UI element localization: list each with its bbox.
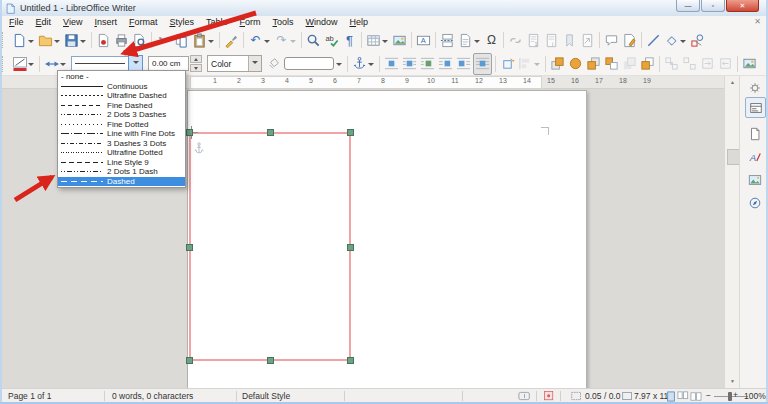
scroll-down-button[interactable]: ▼ [726, 375, 739, 387]
resize-handle-top-middle[interactable] [267, 129, 274, 136]
undo-dropdown[interactable] [264, 40, 270, 46]
line-style-option-ultrafine-dotted[interactable]: Ultrafine Dotted [58, 148, 185, 158]
line-style-option-ultrafine-dashed[interactable]: Ultrafine Dashed [58, 91, 185, 101]
fill-style-dropdown-button[interactable] [248, 56, 261, 71]
insert-table-dropdown[interactable] [382, 40, 388, 46]
insert-field-dropdown[interactable] [474, 40, 480, 46]
exit-group-button[interactable] [717, 54, 734, 74]
group-button[interactable] [663, 54, 680, 74]
close-button[interactable]: ✕ [726, 0, 759, 12]
save-dropdown[interactable] [80, 40, 86, 46]
zoom-level[interactable]: 100% [744, 391, 766, 401]
insert-bookmark-button[interactable] [561, 30, 578, 50]
page-break-button[interactable] [439, 30, 456, 50]
resize-handle-bottom-middle[interactable] [267, 357, 274, 364]
enter-group-button[interactable] [699, 54, 716, 74]
wrap-on-button[interactable] [401, 54, 418, 74]
insert-field-button[interactable] [457, 30, 474, 50]
wrap-ideal-button[interactable] [419, 54, 436, 74]
print-preview-button[interactable] [131, 30, 148, 50]
close-document-button[interactable]: ✕ [754, 18, 761, 26]
insert-comment-button[interactable] [603, 30, 620, 50]
insert-textbox-button[interactable]: A [415, 30, 432, 50]
print-button[interactable] [113, 30, 130, 50]
save-button[interactable] [63, 30, 80, 50]
resize-handle-middle-right[interactable] [347, 244, 354, 251]
insert-line-button[interactable] [645, 30, 662, 50]
align-objects-button[interactable] [517, 54, 534, 74]
line-style-option-line-style-9[interactable]: Line Style 9 [58, 158, 185, 168]
line-color-dropdown[interactable] [28, 63, 34, 69]
redo-dropdown[interactable] [290, 40, 296, 46]
image-properties-button[interactable] [741, 54, 758, 74]
zoom-out-button[interactable]: − [706, 390, 711, 400]
zoom-in-button[interactable]: + [733, 390, 738, 400]
insert-endnote-button[interactable]: i [543, 30, 560, 50]
cut-button[interactable]: ✂ [155, 30, 172, 50]
line-style-option-none[interactable]: - none - [58, 72, 185, 82]
zoom-slider-thumb[interactable] [728, 392, 732, 401]
line-style-preview[interactable] [71, 56, 129, 71]
line-width-field[interactable]: 0.00 cm [148, 56, 189, 71]
sidebar-gallery-tab[interactable] [745, 170, 764, 189]
toolbar-grip[interactable] [2, 56, 7, 72]
wrap-off-button[interactable] [383, 54, 400, 74]
paste-button[interactable] [191, 30, 208, 50]
resize-handle-top-right[interactable] [347, 129, 354, 136]
bring-forward-button[interactable] [567, 54, 584, 74]
open-button[interactable] [37, 30, 54, 50]
arrow-style-dropdown[interactable] [60, 63, 66, 69]
line-color-button[interactable] [11, 54, 28, 74]
in-front-of-object-button[interactable] [621, 54, 638, 74]
menu-view[interactable]: View [57, 16, 88, 28]
menu-table[interactable]: Table [200, 16, 234, 28]
sidebar-page-tab[interactable] [745, 124, 764, 143]
line-style-option-continuous[interactable]: Continuous [58, 82, 185, 92]
new-document-dropdown[interactable] [28, 40, 34, 46]
align-objects-dropdown[interactable] [534, 63, 540, 69]
selected-rectangle-shape[interactable] [189, 132, 351, 361]
maximize-button[interactable]: ▫ [701, 0, 725, 12]
resize-handle-bottom-right[interactable] [347, 357, 354, 364]
send-to-back-button[interactable] [603, 54, 620, 74]
show-draw-functions-button[interactable] [689, 30, 706, 50]
line-style-option-dashed-selected[interactable]: Dashed [58, 177, 185, 187]
open-dropdown[interactable] [54, 40, 60, 46]
bring-to-front-button[interactable] [549, 54, 566, 74]
menu-tools[interactable]: Tools [267, 16, 300, 28]
menu-styles[interactable]: Styles [163, 16, 200, 28]
line-style-option-fine-dotted[interactable]: Fine Dotted [58, 120, 185, 130]
toolbar-grip[interactable] [2, 32, 7, 48]
page-count[interactable]: Page 1 of 1 [8, 391, 51, 401]
sidebar-settings-icon[interactable] [745, 78, 764, 97]
send-backward-button[interactable] [585, 54, 602, 74]
clone-formatting-button[interactable] [223, 30, 240, 50]
basic-shapes-dropdown[interactable] [680, 40, 686, 46]
sidebar-style-tab[interactable]: A [745, 147, 764, 166]
spelling-button[interactable]: ab [323, 30, 340, 50]
resize-handle-top-left[interactable] [186, 129, 193, 136]
new-document-button[interactable] [11, 30, 28, 50]
menu-form[interactable]: Form [234, 16, 267, 28]
insert-image-button[interactable] [391, 30, 408, 50]
undo-button[interactable]: ↶ [247, 30, 264, 50]
track-changes-button[interactable] [621, 30, 638, 50]
menu-edit[interactable]: Edit [30, 16, 58, 28]
paste-dropdown[interactable] [208, 40, 214, 46]
fill-style-select[interactable]: Color [207, 55, 262, 72]
sidebar-navigator-tab[interactable] [745, 193, 764, 212]
menu-help[interactable]: Help [344, 16, 375, 28]
insert-cross-reference-button[interactable] [579, 30, 596, 50]
fill-color-dropdown[interactable] [336, 63, 342, 69]
wrap-through-button[interactable] [473, 53, 492, 75]
vertical-scrollbar[interactable]: ▲ ▼ [724, 75, 740, 388]
fill-color-button[interactable] [265, 54, 282, 74]
line-style-option-3-dashes-3-dots[interactable]: 3 Dashes 3 Dots [58, 139, 185, 149]
scroll-up-button[interactable]: ▲ [726, 76, 739, 88]
special-character-button[interactable]: Ω [483, 30, 500, 50]
minimize-button[interactable]: — [676, 0, 700, 12]
line-width-down-button[interactable] [190, 64, 202, 72]
word-count[interactable]: 0 words, 0 characters [112, 391, 193, 401]
export-pdf-button[interactable] [95, 30, 112, 50]
insert-hyperlink-button[interactable] [507, 30, 524, 50]
